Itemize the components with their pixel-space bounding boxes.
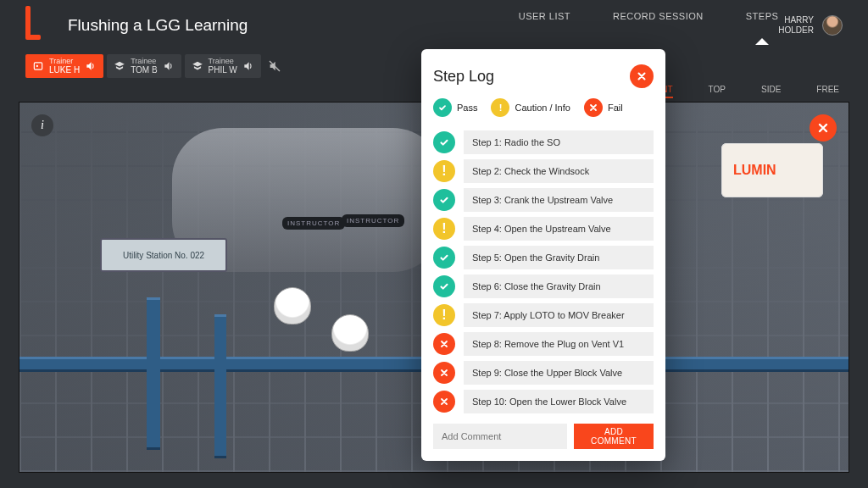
step-label: Step 9: Close the Upper Block Valve (464, 361, 654, 385)
legend-fail-label: Fail (608, 103, 623, 113)
info-button[interactable]: i (31, 114, 53, 136)
step-status-icon (433, 362, 455, 384)
close-overlay-button[interactable] (810, 114, 837, 141)
step-row[interactable]: Step 9: Close the Upper Block Valve (433, 361, 654, 385)
main-nav: USER LISTRECORD SESSIONSTEPS (519, 11, 779, 40)
step-label: Step 2: Check the Windsock (464, 159, 654, 183)
step-row[interactable]: Step 5: Open the Gravity Drain (433, 246, 654, 269)
nav-steps[interactable]: STEPS (746, 11, 779, 40)
step-log-legend: Pass ! Caution / Info Fail (433, 98, 654, 117)
step-row[interactable]: !Step 7: Apply LOTO to MOV Breaker (433, 303, 654, 327)
camera-tabs: FRONTTOPSIDEFREE (643, 85, 839, 98)
instructor-tag-1: INSTRUCTOR (282, 217, 345, 230)
step-row[interactable]: Step 1: Radio the SO (433, 130, 654, 154)
scene-pipe-v1 (147, 297, 160, 450)
participant-chip[interactable]: TraineeTOM B (107, 54, 181, 78)
station-sign: Utility Station No. 022 (100, 238, 227, 272)
step-label: Step 8: Remove the Plug on Vent V1 (464, 332, 654, 356)
legend-caution-label: Caution / Info (515, 103, 570, 113)
page-title: Flushing a LGG Learning (68, 16, 519, 35)
participant-chip[interactable]: TraineePHIL W (185, 54, 261, 78)
nav-user-list[interactable]: USER LIST (519, 11, 570, 40)
step-row[interactable]: Step 8: Remove the Plug on Vent V1 (433, 332, 654, 356)
camera-tab-side[interactable]: SIDE (761, 85, 781, 98)
participant-chip[interactable]: TrainerLUKE H (25, 54, 103, 78)
nav-record-session[interactable]: RECORD SESSION (613, 11, 704, 40)
camera-tab-top[interactable]: TOP (709, 85, 726, 98)
step-log-panel: Step Log Pass ! Caution / Info Fail Step… (421, 49, 665, 461)
svg-point-1 (36, 65, 38, 67)
user-last: HOLDER (778, 25, 814, 36)
step-row[interactable]: !Step 4: Open the Upstream Valve (433, 217, 654, 241)
step-label: Step 4: Open the Upstream Valve (464, 217, 654, 241)
step-log-title: Step Log (433, 68, 494, 86)
step-status-icon: ! (433, 160, 455, 182)
step-status-icon: ! (433, 218, 455, 240)
step-status-icon (433, 333, 455, 355)
step-status-icon (433, 391, 455, 413)
step-label: Step 3: Crank the Upstream Valve (464, 188, 654, 212)
step-label: Step 5: Open the Gravity Drain (464, 246, 654, 269)
legend-pass-icon (433, 98, 452, 117)
scene-pipe-v2 (214, 314, 226, 458)
camera-tab-free[interactable]: FREE (816, 85, 839, 98)
step-list: Step 1: Radio the SO!Step 2: Check the W… (433, 130, 654, 413)
legend-fail-icon (584, 98, 603, 117)
add-comment-button[interactable]: ADD COMMENT (574, 424, 654, 449)
brand-logo (25, 13, 44, 38)
instructor-tag-2: INSTRUCTOR (342, 214, 404, 227)
scene-worker-2 (331, 314, 369, 352)
step-status-icon: ! (433, 304, 455, 326)
step-row[interactable]: !Step 2: Check the Windsock (433, 159, 654, 183)
user-first: HARRY (778, 15, 814, 25)
scene-banner: LUMIN (721, 143, 823, 197)
avatar[interactable] (822, 15, 843, 36)
step-label: Step 10: Open the Lower Block Valve (464, 390, 654, 413)
step-status-icon (433, 275, 455, 297)
step-status-icon (433, 189, 455, 211)
step-label: Step 6: Close the Gravity Drain (464, 274, 654, 298)
step-row[interactable]: Step 6: Close the Gravity Drain (433, 274, 654, 298)
step-row[interactable]: Step 10: Open the Lower Block Valve (433, 390, 654, 413)
comment-input[interactable] (433, 424, 567, 449)
step-label: Step 1: Radio the SO (464, 130, 654, 154)
legend-caution-icon: ! (491, 98, 509, 117)
scene-worker-1 (274, 287, 311, 324)
user-block[interactable]: HARRY HOLDER (778, 15, 843, 36)
step-log-close-button[interactable] (630, 64, 654, 88)
legend-pass-label: Pass (457, 103, 477, 113)
step-row[interactable]: Step 3: Crank the Upstream Valve (433, 188, 654, 212)
step-status-icon (433, 247, 455, 269)
step-status-icon (433, 131, 455, 153)
muted-icon[interactable] (268, 59, 281, 73)
step-label: Step 7: Apply LOTO to MOV Breaker (464, 303, 654, 327)
